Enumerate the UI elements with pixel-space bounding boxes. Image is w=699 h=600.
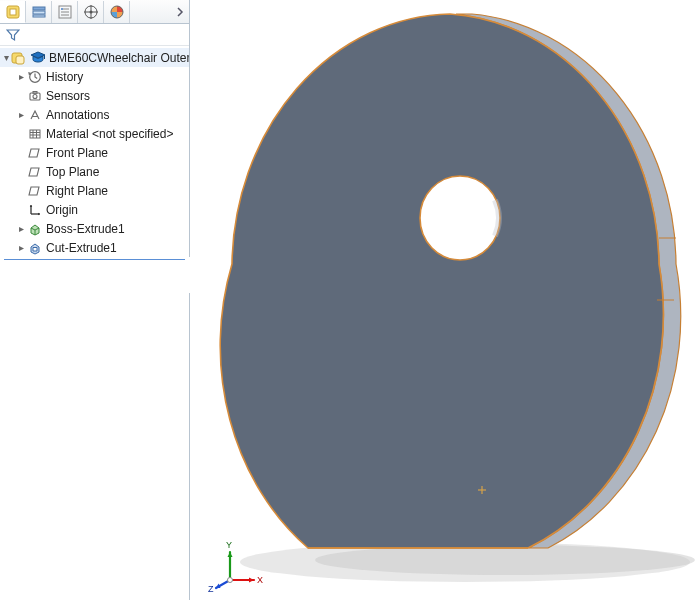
triad-z-label: Z — [208, 584, 214, 594]
svg-point-9 — [61, 8, 63, 10]
tree-item-label: Cut-Extrude1 — [46, 241, 117, 255]
boss-extrude-icon — [27, 221, 43, 237]
rollback-bar[interactable] — [4, 259, 185, 260]
svg-rect-1 — [10, 9, 16, 15]
filter-icon[interactable] — [6, 28, 20, 42]
plane-icon — [27, 164, 43, 180]
material-icon — [27, 126, 43, 142]
tab-feature-manager[interactable] — [0, 1, 26, 23]
tree-item-material[interactable]: ▸ Material <not specified> — [0, 124, 189, 143]
dimxpert-icon — [83, 4, 99, 20]
tree-filter-row — [0, 24, 189, 46]
tree-item-label: Origin — [46, 203, 78, 217]
caret-expand-icon[interactable]: ▸ — [16, 71, 26, 82]
chevron-right-icon — [176, 7, 184, 17]
origin-icon — [27, 202, 43, 218]
tree-item-right-plane[interactable]: ▸ Right Plane — [0, 181, 189, 200]
tree-item-boss-extrude1[interactable]: ▸ Boss-Extrude1 — [0, 219, 189, 238]
tree-item-label: History — [46, 70, 83, 84]
annotations-icon — [27, 107, 43, 123]
tab-display-manager[interactable] — [104, 1, 130, 23]
svg-point-21 — [33, 94, 37, 98]
graphics-viewport[interactable]: X Y Z — [190, 0, 699, 600]
tab-property-manager[interactable] — [26, 1, 52, 23]
tree-root-part[interactable]: ▾ BME60CWheelchair Outer (D — [0, 48, 189, 67]
feature-manager-panel: ▾ BME60CWheelchair Outer (D ▸ — [0, 0, 190, 600]
svg-rect-23 — [30, 130, 40, 138]
svg-rect-2 — [33, 7, 45, 10]
svg-point-35 — [420, 176, 500, 260]
configuration-manager-icon — [57, 4, 73, 20]
svg-point-41 — [228, 578, 233, 583]
tab-configuration-manager[interactable] — [52, 1, 78, 23]
tree-item-label: Boss-Extrude1 — [46, 222, 125, 236]
feature-tree-icon — [5, 4, 21, 20]
tree-item-label: Top Plane — [46, 165, 99, 179]
plane-icon — [27, 145, 43, 161]
panel-tabstrip — [0, 0, 189, 24]
tree-item-label: Right Plane — [46, 184, 108, 198]
tree-item-origin[interactable]: ▸ Origin — [0, 200, 189, 219]
tree-item-annotations[interactable]: ▸ Annotations — [0, 105, 189, 124]
tree-item-label: Annotations — [46, 108, 109, 122]
tree-item-sensors[interactable]: ▸ Sensors — [0, 86, 189, 105]
svg-rect-17 — [16, 56, 24, 64]
svg-rect-3 — [33, 11, 45, 14]
app-root: ▾ BME60CWheelchair Outer (D ▸ — [0, 0, 699, 600]
svg-point-31 — [315, 545, 695, 575]
view-triad[interactable]: X Y Z — [202, 534, 272, 594]
svg-rect-22 — [33, 91, 37, 93]
triad-y-label: Y — [226, 540, 232, 550]
caret-collapse-icon[interactable]: ▾ — [4, 52, 9, 63]
sensors-icon — [27, 88, 43, 104]
caret-expand-icon[interactable]: ▸ — [16, 223, 26, 234]
tree-item-label: Front Plane — [46, 146, 108, 160]
property-manager-icon — [31, 4, 47, 20]
tree-item-front-plane[interactable]: ▸ Front Plane — [0, 143, 189, 162]
tree-item-label: Sensors — [46, 89, 90, 103]
history-icon — [27, 69, 43, 85]
part-icon — [10, 50, 26, 66]
tab-dimxpert-manager[interactable] — [78, 1, 104, 23]
triad-x-label: X — [257, 575, 263, 585]
svg-rect-4 — [33, 15, 45, 17]
cut-extrude-icon — [27, 240, 43, 256]
caret-expand-icon[interactable]: ▸ — [16, 242, 26, 253]
model-rendering — [190, 0, 699, 600]
svg-point-13 — [89, 10, 92, 13]
feature-tree[interactable]: ▾ BME60CWheelchair Outer (D ▸ — [0, 46, 189, 600]
display-manager-icon — [109, 4, 125, 20]
tree-item-label: Material <not specified> — [46, 127, 173, 141]
caret-expand-icon[interactable]: ▸ — [16, 109, 26, 120]
tree-item-history[interactable]: ▸ History — [0, 67, 189, 86]
panel-expand-button[interactable] — [171, 1, 189, 23]
tree-item-top-plane[interactable]: ▸ Top Plane — [0, 162, 189, 181]
plane-icon — [27, 183, 43, 199]
graduation-cap-icon — [30, 50, 46, 66]
tree-item-cut-extrude1[interactable]: ▸ Cut-Extrude1 — [0, 238, 189, 257]
tree-root-label: BME60CWheelchair Outer (D — [49, 51, 189, 65]
